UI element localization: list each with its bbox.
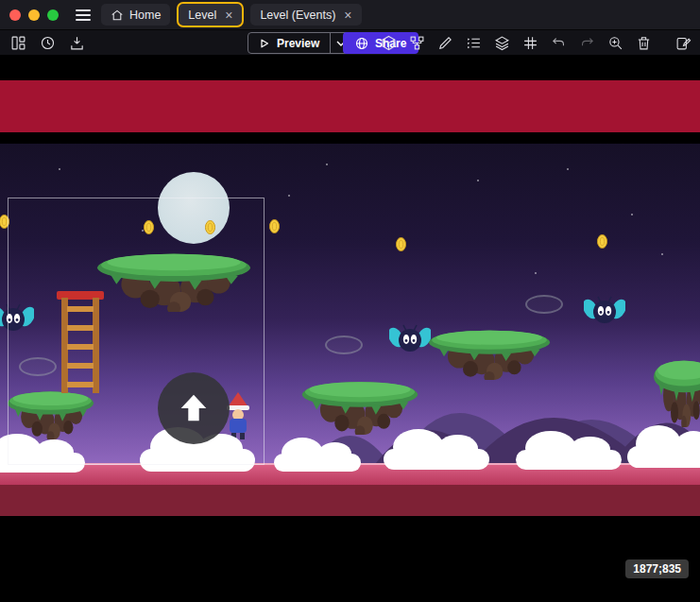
- star: [59, 168, 60, 170]
- enemy-graphic: [389, 323, 431, 355]
- star: [631, 214, 633, 215]
- island-object[interactable]: [299, 376, 421, 435]
- grid-icon[interactable]: [521, 34, 539, 52]
- zoom-in-icon[interactable]: [606, 34, 624, 52]
- up-arrow-icon: [176, 390, 212, 426]
- redo-icon[interactable]: [578, 34, 596, 52]
- preview-main[interactable]: Preview: [248, 33, 330, 53]
- undo-icon[interactable]: [550, 34, 568, 52]
- coin-graphic: [597, 234, 607, 249]
- star: [661, 253, 663, 255]
- menu-icon[interactable]: [74, 5, 93, 26]
- selection-rectangle: [8, 198, 265, 465]
- tab-bar: Home Level × Level (Events) ×: [0, 0, 700, 30]
- close-tab-icon[interactable]: ×: [225, 9, 232, 22]
- banner-red-object[interactable]: [0, 80, 700, 132]
- close-tab-icon[interactable]: ×: [344, 9, 351, 22]
- pencil-icon[interactable]: [436, 34, 454, 52]
- island-object[interactable]: [652, 353, 700, 427]
- globe-icon: [355, 37, 368, 50]
- traffic-lights: [9, 9, 59, 21]
- star: [567, 168, 569, 170]
- home-icon: [111, 9, 124, 22]
- preview-label: Preview: [277, 37, 319, 50]
- enemy-object[interactable]: [584, 295, 625, 327]
- toolbar: Preview Share: [0, 30, 700, 55]
- tab-level-events-label: Level (Events): [260, 9, 335, 22]
- star: [535, 272, 537, 274]
- history-icon[interactable]: [39, 34, 57, 52]
- app-window: Home Level × Level (Events) ×: [0, 0, 700, 602]
- cloud-object[interactable]: [384, 432, 489, 470]
- coin-object[interactable]: [269, 219, 280, 233]
- layers-icon[interactable]: [493, 34, 511, 52]
- ghost-ellipse-object[interactable]: [525, 295, 563, 314]
- enemy-graphic: [584, 295, 625, 327]
- objects-list-icon[interactable]: [465, 34, 483, 52]
- ground-maroon-object[interactable]: [0, 485, 700, 516]
- zoom-window-button[interactable]: [47, 9, 59, 21]
- star: [288, 195, 290, 197]
- up-arrow-control[interactable]: [158, 372, 230, 444]
- close-window-button[interactable]: [9, 9, 21, 21]
- island-object[interactable]: [425, 325, 554, 380]
- project-manager-icon[interactable]: [9, 34, 27, 52]
- scene-canvas[interactable]: 1877;835: [0, 55, 700, 602]
- island-graphic: [299, 376, 421, 435]
- coin-graphic: [269, 219, 280, 233]
- coin-object[interactable]: [597, 234, 607, 249]
- minimize-window-button[interactable]: [28, 9, 40, 21]
- island-graphic: [425, 325, 554, 380]
- cube-icon[interactable]: [380, 34, 398, 52]
- coin-object[interactable]: [396, 237, 406, 251]
- toolbar-right-group: [380, 30, 692, 55]
- toolbar-left-group: [9, 30, 86, 55]
- island-graphic: [652, 353, 700, 427]
- save-icon[interactable]: [68, 34, 86, 52]
- cloud-object[interactable]: [627, 428, 700, 468]
- coin-graphic: [396, 237, 406, 251]
- star: [326, 163, 328, 165]
- cloud-object[interactable]: [516, 434, 622, 470]
- tab-level[interactable]: Level ×: [179, 4, 242, 26]
- tab-level-events[interactable]: Level (Events) ×: [250, 4, 361, 26]
- star: [477, 180, 479, 181]
- play-icon: [259, 38, 270, 49]
- instances-icon[interactable]: [408, 34, 426, 52]
- tab-home-label: Home: [129, 9, 161, 22]
- trash-icon[interactable]: [635, 34, 653, 52]
- edit-properties-icon[interactable]: [674, 34, 692, 52]
- tab-level-label: Level: [188, 9, 216, 22]
- cloud-object[interactable]: [274, 439, 361, 472]
- enemy-object[interactable]: [389, 323, 431, 355]
- preview-button[interactable]: Preview: [248, 32, 351, 54]
- tab-home[interactable]: Home: [101, 4, 170, 26]
- cursor-coordinates: 1877;835: [625, 559, 689, 578]
- ghost-ellipse-object[interactable]: [325, 335, 363, 354]
